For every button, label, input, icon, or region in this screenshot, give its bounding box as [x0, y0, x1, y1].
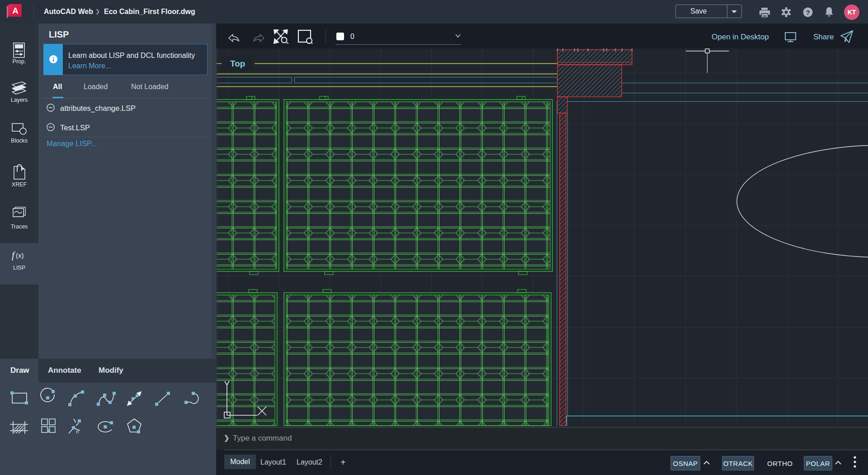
svg-text:f: f	[12, 250, 16, 261]
svg-text:Top: Top	[230, 59, 245, 68]
svg-text:?: ?	[806, 9, 810, 16]
svg-text:A: A	[13, 6, 19, 15]
svg-text:(x): (x)	[16, 252, 24, 259]
svg-text:n: n	[76, 429, 79, 434]
